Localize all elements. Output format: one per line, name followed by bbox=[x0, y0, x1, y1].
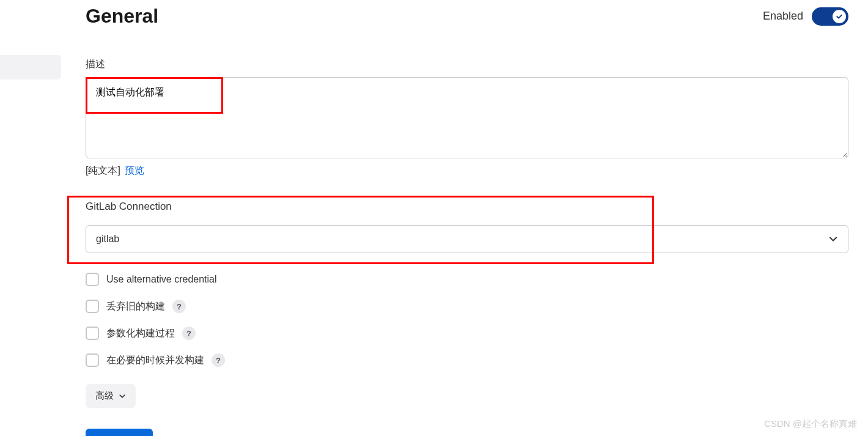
checkbox-label: 参数化构建过程 bbox=[106, 327, 175, 340]
gitlab-select-wrap: gitlab bbox=[86, 225, 848, 253]
checkbox-label: 丢弃旧的构建 bbox=[106, 300, 165, 313]
enabled-toggle-group: Enabled bbox=[763, 7, 848, 26]
enabled-label: Enabled bbox=[763, 10, 803, 23]
toggle-knob bbox=[833, 10, 846, 23]
plain-text-indicator: [纯文本] bbox=[86, 165, 120, 176]
page-header: General Enabled bbox=[86, 5, 848, 28]
save-button-partial[interactable] bbox=[86, 429, 153, 436]
checkbox-list: Use alternative credential 丢弃旧的构建 ? 参数化构… bbox=[86, 273, 848, 367]
checkbox-discard-old[interactable] bbox=[86, 300, 99, 313]
chevron-down-icon bbox=[119, 393, 126, 400]
help-icon[interactable]: ? bbox=[182, 327, 196, 340]
advanced-button[interactable]: 高级 bbox=[86, 384, 136, 408]
enabled-toggle[interactable] bbox=[812, 7, 848, 26]
preview-link[interactable]: 预览 bbox=[125, 165, 144, 176]
checkbox-row-discard-old: 丢弃旧的构建 ? bbox=[86, 300, 848, 313]
sidebar-active-tab[interactable] bbox=[0, 55, 61, 79]
chevron-down-icon bbox=[828, 234, 838, 244]
checkbox-row-alternative-credential: Use alternative credential bbox=[86, 273, 848, 286]
description-footer: [纯文本] 预览 bbox=[86, 164, 848, 177]
advanced-button-label: 高级 bbox=[95, 390, 114, 402]
checkbox-row-concurrent: 在必要的时候并发构建 ? bbox=[86, 353, 848, 367]
checkbox-label: Use alternative credential bbox=[106, 274, 217, 285]
checkbox-row-parameterized: 参数化构建过程 ? bbox=[86, 327, 848, 340]
description-field-wrap bbox=[86, 77, 848, 161]
checkbox-concurrent[interactable] bbox=[86, 353, 99, 367]
gitlab-select-value: gitlab bbox=[96, 234, 119, 245]
description-textarea[interactable] bbox=[86, 77, 848, 158]
gitlab-connection-select[interactable]: gitlab bbox=[86, 225, 848, 253]
watermark: CSDN @起个名称真难 bbox=[764, 418, 857, 430]
gitlab-section: GitLab Connection gitlab bbox=[86, 196, 848, 253]
check-icon bbox=[836, 13, 843, 20]
checkbox-parameterized[interactable] bbox=[86, 327, 99, 340]
checkbox-label: 在必要的时候并发构建 bbox=[106, 354, 204, 367]
help-icon[interactable]: ? bbox=[211, 353, 225, 367]
description-label: 描述 bbox=[86, 58, 848, 71]
help-icon[interactable]: ? bbox=[172, 300, 186, 313]
main-content: General Enabled 描述 [纯文本] 预览 GitLab Conne… bbox=[86, 0, 848, 408]
gitlab-connection-label: GitLab Connection bbox=[86, 196, 848, 213]
page-title: General bbox=[86, 5, 158, 28]
checkbox-alternative-credential[interactable] bbox=[86, 273, 99, 286]
